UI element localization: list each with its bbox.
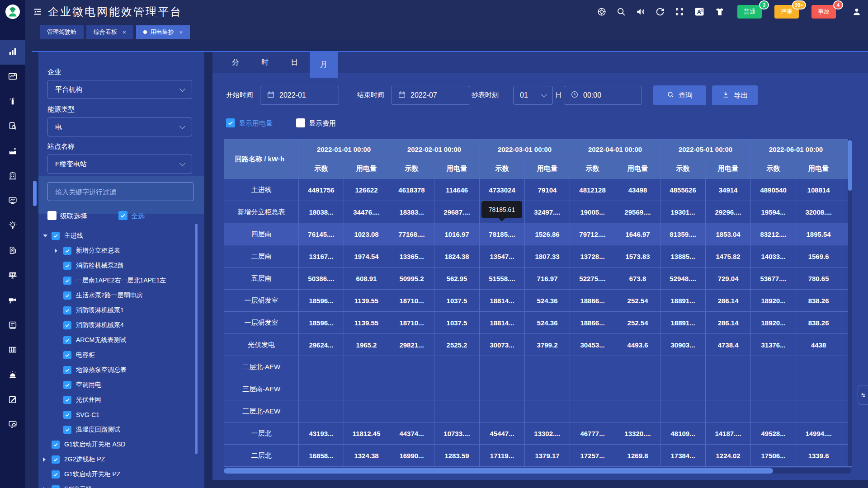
sidebar-item-bar-chart[interactable] (0, 40, 25, 65)
sidebar-item-system-config[interactable] (0, 413, 25, 437)
caret-right-icon[interactable] (55, 249, 57, 253)
caret-down-icon[interactable] (43, 235, 47, 237)
page-tab-0[interactable]: 管理驾驶舱 (40, 25, 84, 39)
tree-checkbox[interactable] (52, 470, 60, 479)
sidebar-item-energy-tips[interactable] (0, 214, 25, 239)
tree-item[interactable]: 2G2进线柜 PZ (38, 452, 201, 467)
tree-item[interactable]: 主进线 (38, 228, 201, 243)
tree-checkbox[interactable] (52, 455, 60, 464)
station-select[interactable]: E楼变电站 (47, 155, 192, 174)
period-tab-日[interactable]: 日 (280, 52, 308, 73)
sidebar-item-alarm[interactable] (0, 363, 25, 388)
table-row[interactable]: 二层北16858...1324.3816990...1283.5917119..… (224, 445, 852, 467)
select-all-checkbox[interactable] (118, 211, 127, 220)
tree-checkbox[interactable] (63, 277, 71, 285)
tree-item[interactable]: G1软启动开关柜 ASD (38, 437, 201, 452)
table-row[interactable]: 一层北43193...11812.4544374...10733....4544… (224, 422, 852, 445)
tree-checkbox[interactable] (63, 381, 71, 389)
tree-item[interactable]: 温湿度回路测试 (38, 422, 201, 437)
menu-collapse-icon[interactable] (33, 7, 42, 19)
tree-checkbox[interactable] (63, 336, 71, 344)
tree-checkbox[interactable] (63, 396, 71, 404)
table-row[interactable]: 四层南76145....1023.0877168....1016.9778185… (224, 223, 852, 245)
period-tab-分[interactable]: 分 (222, 52, 250, 73)
user-icon[interactable] (852, 7, 862, 17)
caret-right-icon[interactable] (43, 457, 46, 462)
tree-item[interactable]: 消防喷淋机械泵1 (38, 303, 201, 318)
cascade-checkbox[interactable] (47, 211, 57, 220)
tree-item[interactable]: 光伏并网 (38, 392, 201, 407)
tree-checkbox[interactable] (52, 232, 60, 240)
tree-scrollbar[interactable] (195, 224, 198, 454)
page-tab-2[interactable]: 用电集抄× (136, 25, 190, 39)
sidebar-item-work-order[interactable] (0, 388, 25, 413)
period-tab-月[interactable]: 月 (310, 52, 338, 78)
tree-item[interactable]: SVG-C1 (38, 407, 201, 422)
query-button[interactable]: 查询 (653, 85, 706, 105)
tree-checkbox[interactable] (63, 306, 71, 314)
table-row[interactable]: 新增分立柜总表18038...34476....18383...29687...… (224, 201, 852, 223)
alarm-button-0[interactable]: 普通 (737, 5, 762, 19)
sidebar-item-ev-charger[interactable] (0, 239, 25, 263)
table-hscroll-thumb[interactable] (224, 468, 773, 474)
table-row[interactable]: 五层南50386....608.9150995.2562.9551558....… (224, 267, 852, 290)
theme-icon[interactable] (714, 6, 725, 17)
close-icon[interactable]: × (179, 29, 183, 36)
table-row[interactable]: 主进线4491756126622461837811464647330247910… (224, 179, 852, 201)
table-row[interactable]: 二层北-AEW (224, 356, 852, 378)
search-icon[interactable] (616, 7, 626, 17)
tree-item[interactable]: 生活水泵2路一层弱电房 (38, 288, 201, 303)
sidebar-item-monitor-chart[interactable] (0, 189, 25, 214)
select-all-label[interactable]: 全选 (131, 212, 145, 221)
sidebar-item-video-camera[interactable] (0, 288, 25, 313)
tree-item[interactable]: 新增分立柜总表 (38, 243, 201, 258)
start-date-input[interactable]: 2022-01 (260, 86, 339, 105)
table-row[interactable]: 三层北-AEW (224, 400, 852, 422)
alarm-button-2[interactable]: 事故 (811, 5, 836, 19)
tree-item[interactable]: ARCM无线表测试 (38, 333, 201, 347)
tree-item[interactable]: 消防喷淋机械泵4 (38, 318, 201, 333)
company-select[interactable]: 平台机构 (47, 80, 192, 99)
tree-checkbox[interactable] (63, 247, 71, 255)
sidebar-item-archive[interactable] (0, 338, 25, 363)
tree-item[interactable]: G1软启动开关柜 PZ (38, 467, 201, 482)
show-energy-label[interactable]: 显示用电量 (239, 119, 273, 128)
table-row[interactable]: 一层研发室18596...1139.5518710...1037.518814.… (224, 312, 852, 334)
show-energy-checkbox[interactable] (226, 118, 235, 127)
close-icon[interactable]: × (123, 29, 126, 36)
table-row[interactable]: 二层南13167...1974.5413365...1824.3813547..… (224, 245, 852, 267)
tree-checkbox[interactable] (52, 485, 60, 488)
refresh-icon[interactable] (655, 7, 665, 17)
tree-checkbox[interactable] (63, 366, 71, 374)
translate-icon[interactable]: A文 (694, 6, 705, 17)
help-icon[interactable] (597, 7, 607, 17)
cascade-label[interactable]: 级联选择 (60, 212, 87, 221)
sound-icon[interactable] (636, 7, 646, 17)
tree-checkbox[interactable] (63, 291, 71, 300)
sidebar-item-building[interactable] (0, 164, 25, 189)
table-hscroll-track[interactable] (224, 468, 851, 474)
table-row[interactable]: 光伏发电29624...1965.229821...2525.230073...… (224, 334, 852, 356)
page-tab-1[interactable]: 综合看板× (86, 25, 133, 39)
tree-checkbox[interactable] (63, 411, 71, 419)
period-tab-时[interactable]: 时 (251, 52, 279, 73)
sidebar-item-patrol-inspection[interactable] (0, 114, 25, 139)
show-cost-checkbox[interactable] (296, 118, 305, 127)
tree-checkbox[interactable] (63, 426, 71, 434)
sidebar-item-solar-panel[interactable] (0, 263, 25, 288)
sidebar-item-trend-chart[interactable] (0, 65, 25, 89)
energy-type-select[interactable]: 电 (47, 117, 192, 136)
fullscreen-icon[interactable] (675, 7, 684, 17)
sidebar-item-fire-extinguisher[interactable] (0, 89, 25, 114)
table-vscroll-thumb[interactable] (848, 140, 852, 191)
meter-clock-input[interactable]: 00:00 (564, 86, 642, 105)
table-row[interactable]: 一层研发室18596...1139.5518710...1037.518814.… (224, 290, 852, 312)
tree-item[interactable]: 地源热泵空调总表 (38, 362, 201, 377)
meter-day-select[interactable]: 01 (513, 86, 553, 105)
table-row[interactable]: 三层南-AEW (224, 378, 852, 400)
tree-checkbox[interactable] (63, 351, 71, 359)
export-button[interactable]: 导出 (712, 85, 758, 105)
filter-panel-scrollbar[interactable] (33, 181, 37, 206)
tree-checkbox[interactable] (63, 321, 71, 329)
sidebar-item-factory[interactable] (0, 139, 25, 164)
